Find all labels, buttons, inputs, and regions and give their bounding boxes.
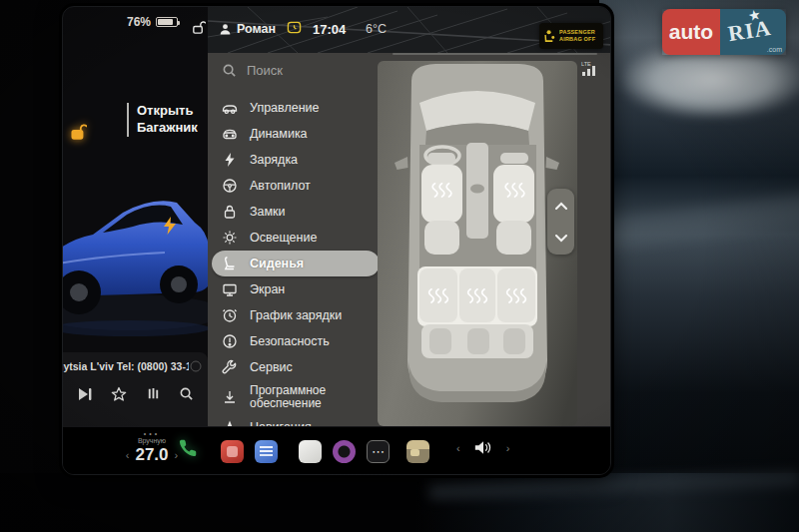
sun-icon [222,230,238,246]
sidebar-item-label: Управление [250,101,320,115]
sidebar-item-label: Безопасность [250,334,330,348]
search-placeholder: Поиск [247,63,283,78]
media-player[interactable]: nytsia L'viv Tel: (0800) 33-10 [63,352,208,426]
download-icon [222,389,238,405]
alert-clock-icon[interactable] [287,20,302,35]
autoria-dotcom-label: .com [767,46,782,53]
wrench-icon [222,359,238,375]
music-app-icon[interactable] [221,440,244,463]
panel-scroll-indicator [393,53,597,55]
charge-port-bolt-icon[interactable] [163,217,177,235]
favorite-star-button[interactable] [111,386,127,402]
unlocked-indicator-icon [69,123,87,141]
clock-icon [222,307,238,323]
settings-menu: Управление Динамика Зарядка Автопилот [212,95,380,472]
autoria-ria-stamp: ★ RIA .com [720,9,786,55]
sidebar-item-label: График зарядки [250,308,342,322]
autoria-watermark: auto ★ RIA .com [662,9,786,55]
scroll-up-button[interactable] [555,202,567,210]
toybox-app-icon[interactable] [406,440,429,463]
sidebar-item-autopilot[interactable]: Автопилот [212,173,380,199]
bolt-icon [222,152,238,168]
steering-wheel-icon [222,178,238,194]
equalizer-button[interactable] [146,386,161,402]
media-thumbs-icon[interactable] [190,360,202,372]
cabin-temperature: 27.0 [135,445,168,465]
media-ticker-text: nytsia L'viv Tel: (0800) 33-10 [62,360,189,372]
tesla-touchscreen: Роман 17:04 6°C PASSENGER AIRBAG OFF 76%… [62,6,611,475]
autoria-ria-label: RIA [726,15,773,47]
phone-app-icon[interactable] [177,437,199,459]
more-apps-button[interactable]: ⋯ [367,440,390,463]
sidebar-item-label: Динамика [250,127,308,141]
display-icon [222,281,238,297]
lte-signal-icon: LTE [580,61,600,77]
sidebar-item-safety[interactable]: Безопасность [212,328,380,354]
sidebar-item-display[interactable]: Экран [212,276,380,302]
climate-mode-label: Вручную [121,437,183,445]
sidebar-item-label: Зарядка [250,153,298,167]
seat-scroll-control [547,189,574,255]
unlocked-icon[interactable] [191,20,206,35]
sidebar-item-label: Сервис [250,360,293,374]
sidebar-item-controls[interactable]: Управление [212,95,380,121]
person-icon [219,23,232,36]
search-field[interactable]: Поиск [222,63,283,78]
browser-app-icon[interactable] [299,440,322,463]
lock-icon [222,204,238,220]
airbag-seat-icon [543,29,556,44]
trunk-label-line2: Багажник [137,120,198,137]
battery-percent: 76% [127,15,151,29]
airbag-text-line2: AIRBAG OFF [559,36,595,43]
speaker-icon[interactable] [473,439,493,456]
car-side-icon [222,100,238,116]
sidebar-item-label: Автопилот [250,179,311,193]
battery-icon [156,17,178,27]
car-front-icon [222,126,238,142]
sidebar-item-service[interactable]: Сервис [212,354,380,380]
sidebar-item-charging[interactable]: Зарядка [212,147,380,173]
volume-down-button[interactable]: ‹ [456,442,460,454]
battery-status[interactable]: 76% [127,15,178,29]
volume-control: ‹ › [456,439,509,456]
sidebar-item-seats[interactable]: Сиденья [212,251,380,276]
calendar-app-icon[interactable] [255,440,278,463]
clock-time: 17:04 [313,22,346,37]
sidebar-item-lighting[interactable]: Освещение [212,225,380,251]
car-render[interactable] [62,145,220,344]
settings-panel: Поиск Роман [208,53,611,426]
outside-temperature: 6°C [366,22,387,36]
temp-down-button[interactable]: ‹ [126,449,130,461]
sidebar-item-charging-schedule[interactable]: График зарядки [212,302,380,328]
search-icon [222,63,237,78]
passenger-airbag-badge: PASSENGER AIRBAG OFF [539,23,603,49]
sidebar-item-label: Замки [250,205,286,219]
sidebar-item-software[interactable]: Программное обеспечение [212,380,380,414]
volume-up-button[interactable]: › [506,442,510,454]
sidebar-item-label: Освещение [250,231,317,245]
driver-chip[interactable]: Роман [219,22,276,36]
autoria-auto-label: auto [662,9,720,55]
scroll-down-button[interactable] [555,235,567,243]
alert-circle-icon [222,333,238,349]
sidebar-item-label: Программное обеспечение [250,384,368,410]
driver-name: Роман [237,22,276,36]
sidebar-item-locks[interactable]: Замки [212,199,380,225]
app-launcher-bar: ••• Вручную ‹ 27.0 › ⋯ ‹ [63,426,611,475]
climate-control[interactable]: ••• Вручную ‹ 27.0 › [121,431,183,465]
next-track-button[interactable] [77,386,93,402]
photo-stage: Роман 17:04 6°C PASSENGER AIRBAG OFF 76%… [0,0,799,532]
sidebar-item-label: Экран [250,282,285,296]
camera-app-icon[interactable] [333,440,356,463]
trunk-label-line1: Открыть [137,103,198,120]
airbag-text-line1: PASSENGER [559,29,595,36]
sidebar-item-label: Сиденья [250,257,304,270]
network-label: LTE [581,61,591,67]
sidebar-item-dynamics[interactable]: Динамика [212,121,380,147]
seat-icon [222,256,238,271]
open-trunk-button[interactable]: Открыть Багажник [127,103,198,137]
media-search-button[interactable] [179,386,194,402]
